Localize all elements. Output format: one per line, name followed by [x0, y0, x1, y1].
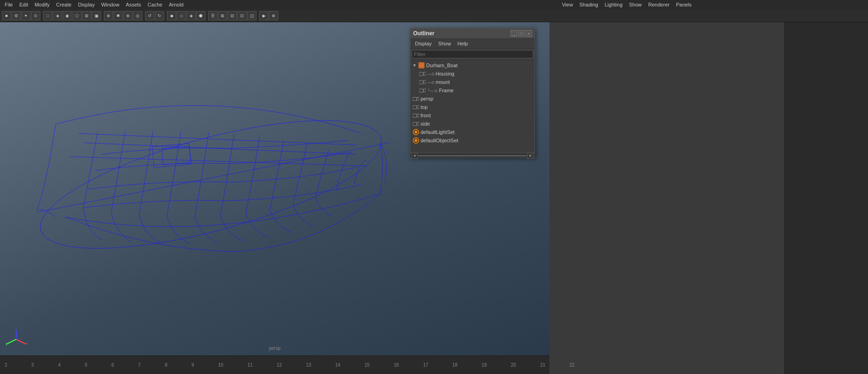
scroll-right-button[interactable]: ▸: [527, 152, 534, 159]
toolbar-btn-x2[interactable]: ⊞: [218, 11, 227, 20]
svg-rect-17: [419, 89, 423, 92]
tree-item-top[interactable]: top: [410, 103, 535, 111]
menu-renderer[interactable]: Renderer: [645, 1, 672, 8]
outliner-panel: Outliner _ □ × Display Show Help ▼ Durha…: [410, 28, 535, 158]
toolbar-btn-r2[interactable]: ↻: [155, 11, 164, 20]
toolbar-btn-render[interactable]: ▶: [259, 11, 268, 20]
toolbar-btn-m3[interactable]: ◈: [186, 11, 196, 20]
svg-rect-15: [419, 81, 423, 84]
outliner-search-input[interactable]: [412, 50, 533, 58]
tree-label-front: front: [421, 113, 431, 118]
svg-marker-14: [423, 72, 426, 76]
minimize-button[interactable]: _: [511, 30, 517, 37]
toolbar-btn-snap4[interactable]: ◎: [133, 11, 142, 20]
svg-text:x: x: [26, 342, 28, 346]
toolbar-btn-snap2[interactable]: ✱: [114, 11, 123, 20]
scroll-left-button[interactable]: ◂: [411, 152, 418, 159]
toolbar-btn-3[interactable]: ✦: [21, 11, 31, 20]
toolbar-btn-4[interactable]: ⊙: [31, 11, 40, 20]
menu-window[interactable]: Window: [98, 1, 122, 8]
menu-view[interactable]: View: [559, 1, 576, 8]
menu-modify[interactable]: Modify: [32, 1, 52, 8]
menu-show[interactable]: Show: [626, 1, 645, 8]
toolbar-btn-snap3[interactable]: ⊗: [123, 11, 133, 20]
toolbar-btn-6[interactable]: ◈: [53, 11, 62, 20]
outliner-menu-display[interactable]: Display: [412, 40, 434, 47]
toolbar-btn-2[interactable]: ⚙: [12, 11, 21, 20]
outliner-search-area: [410, 49, 535, 60]
tree-item-frame[interactable]: └—o Frame: [417, 86, 535, 95]
tree-label-frame: Frame: [439, 88, 454, 93]
toolbar-btn-x1[interactable]: ☰: [208, 11, 217, 20]
connector-frame: └—o: [427, 88, 438, 93]
toolbar-btn-5[interactable]: □: [43, 11, 52, 20]
tree-item-side[interactable]: side: [410, 120, 535, 128]
expand-icon[interactable]: ▼: [412, 63, 417, 68]
toolbar-btn-7[interactable]: ◉: [63, 11, 72, 20]
menu-create[interactable]: Create: [53, 1, 74, 8]
tree-label-persp: persp: [421, 96, 434, 101]
toolbar-btn-x5[interactable]: ◫: [247, 11, 256, 20]
menu-assets[interactable]: Assets: [123, 1, 144, 8]
toolbar-btn-8[interactable]: ⬡: [72, 11, 82, 20]
menu-arnold[interactable]: Arnold: [166, 1, 186, 8]
menu-edit[interactable]: Edit: [17, 1, 31, 8]
set-icon-light: [412, 128, 420, 136]
menu-file[interactable]: File: [2, 1, 16, 8]
tree-item-housing[interactable]: —o Housing: [417, 70, 535, 78]
menu-panels[interactable]: Panels: [673, 1, 695, 8]
tree-item-default-object-set[interactable]: defaultObjectSet: [410, 136, 535, 145]
tree-item-default-light-set[interactable]: defaultLightSet: [410, 128, 535, 136]
toolbar-btn-render2[interactable]: ⊕: [269, 11, 278, 20]
svg-point-28: [415, 131, 417, 133]
tree-item-durham-boat[interactable]: ▼ Durham_Boat: [410, 61, 535, 70]
camera-icon-frame: [419, 87, 426, 94]
outliner-tree[interactable]: ▼ Durham_Boat —o Housing: [410, 60, 535, 153]
tree-item-persp[interactable]: persp: [410, 95, 535, 103]
connector-mount: —o: [427, 80, 434, 85]
viewport-label: persp: [269, 346, 281, 351]
tick-6: 6: [111, 362, 114, 368]
tick-8: 8: [165, 362, 167, 368]
menu-cache[interactable]: Cache: [145, 1, 165, 8]
tick-12: 12: [277, 362, 282, 368]
tick-11: 11: [248, 362, 253, 368]
toolbar-btn-m4[interactable]: ⬟: [196, 11, 205, 20]
close-button[interactable]: ×: [525, 30, 532, 37]
toolbar-btn-10[interactable]: ▣: [92, 11, 101, 20]
channel-box-panel: Channel Box / Layer Editor Channels Edit…: [785, 0, 868, 374]
outliner-menu-show[interactable]: Show: [435, 40, 454, 47]
svg-marker-18: [423, 89, 426, 92]
svg-text:z: z: [15, 328, 17, 330]
toolbar-btn-snap1[interactable]: ⊕: [104, 11, 113, 20]
svg-text:y: y: [6, 342, 7, 346]
tick-9: 9: [191, 362, 194, 368]
toolbar-btn-r1[interactable]: ↺: [145, 11, 154, 20]
tree-item-front[interactable]: front: [410, 111, 535, 120]
svg-rect-19: [413, 97, 417, 101]
menu-lighting[interactable]: Lighting: [602, 1, 625, 8]
svg-rect-25: [413, 122, 417, 126]
svg-rect-21: [413, 106, 417, 109]
menu-shading[interactable]: Shading: [577, 1, 601, 8]
tick-2: 2: [5, 362, 7, 368]
toolbar-btn-x4[interactable]: ⊡: [237, 11, 247, 20]
tick-19: 19: [482, 362, 487, 368]
menu-display[interactable]: Display: [75, 1, 97, 8]
toolbar: ■ ⚙ ✦ ⊙ □ ◈ ◉ ⬡ ⊞ ▣ ⊕ ✱ ⊗ ◎ ↺ ↻ ◆ ◇ ◈ ⬟ …: [0, 9, 868, 22]
maximize-button[interactable]: □: [518, 30, 524, 37]
tree-item-mount[interactable]: —o mount: [417, 78, 535, 86]
outliner-hscrollbar[interactable]: ◂ ▸: [410, 153, 535, 158]
tick-15: 15: [364, 362, 370, 368]
toolbar-btn-9[interactable]: ⊞: [82, 11, 91, 20]
outliner-titlebar: Outliner _ □ ×: [410, 28, 535, 39]
toolbar-btn-1[interactable]: ■: [2, 11, 11, 20]
toolbar-btn-x3[interactable]: ⊟: [228, 11, 237, 20]
tick-7: 7: [138, 362, 141, 368]
timeline[interactable]: 2 3 4 5 6 7 8 9 10 11 12 13 14 15 16 17 …: [0, 355, 549, 374]
toolbar-btn-m2[interactable]: ◇: [177, 11, 186, 20]
scroll-track[interactable]: [418, 155, 527, 157]
tick-13: 13: [306, 362, 311, 368]
outliner-menu-help[interactable]: Help: [455, 40, 471, 47]
toolbar-btn-m1[interactable]: ◆: [167, 11, 176, 20]
